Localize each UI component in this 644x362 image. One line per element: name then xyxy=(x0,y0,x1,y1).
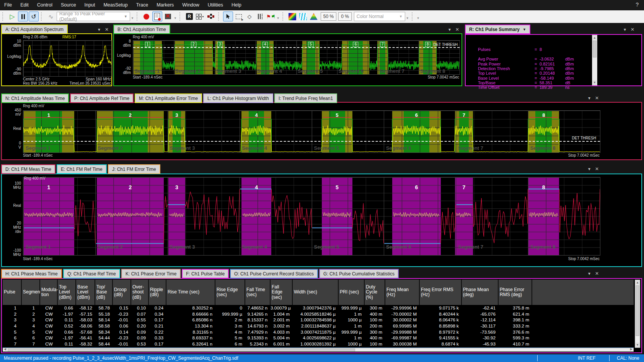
scroll-left-icon[interactable]: ◀ xyxy=(4,347,6,351)
help-icon[interactable]: ? xyxy=(636,2,639,8)
table-row[interactable]: 66CW-1.97-56.4154.44-0.230.090.338.69337… xyxy=(3,335,634,341)
column-header[interactable]: Duty Cycle (%) xyxy=(365,280,385,305)
menu-input[interactable]: Input xyxy=(80,0,99,10)
overflow-chevron-icon[interactable]: ▼ xyxy=(277,16,280,20)
minimize-icon[interactable]: ▾ xyxy=(588,166,590,172)
summary-scrollbar[interactable]: ▲ ▼ xyxy=(592,35,597,85)
scroll-down-icon[interactable]: ▼ xyxy=(592,80,597,85)
window-r-tab[interactable]: R: Ch1 Pulse Summary ▼ xyxy=(465,25,530,34)
menu-utilities[interactable]: Utilities xyxy=(204,0,227,10)
overflow-chevron-icon[interactable]: ▼ xyxy=(417,16,420,20)
column-header[interactable]: Pulse xyxy=(3,280,22,305)
play-button[interactable]: ▷ xyxy=(7,11,17,21)
menu-control[interactable]: Control xyxy=(33,0,57,10)
column-header[interactable]: Freq Error RMS (Hz) xyxy=(420,280,462,305)
table-row[interactable]: 11CW0.66-58.1258.780.150.100.248.30252 n… xyxy=(3,305,634,311)
band-marker-button[interactable] xyxy=(255,11,265,21)
overflow-chevron-icon[interactable]: ▼ xyxy=(174,16,177,20)
arrange-windows-button[interactable] xyxy=(206,11,216,21)
tab-i[interactable]: I: Trend Pulse Freq Mean1 xyxy=(274,93,337,103)
column-header[interactable]: Width (sec) xyxy=(293,280,339,305)
zoom-percent-box[interactable]: 50 % xyxy=(321,12,336,21)
amplitude-plot[interactable]: DET THRESH 1Segment 12Segment 23Segment … xyxy=(23,110,600,153)
autorange-button[interactable]: ∿ xyxy=(46,11,56,21)
scroll-down-icon[interactable]: ▼ xyxy=(635,342,640,347)
scroll-right-icon[interactable]: ▶ xyxy=(630,347,633,351)
close-icon[interactable]: ✕ xyxy=(595,166,599,172)
close-icon[interactable]: ✕ xyxy=(631,27,634,32)
column-header[interactable]: Ripple (dB) xyxy=(149,280,166,305)
waterfall-button[interactable] xyxy=(298,11,308,21)
tab-p[interactable]: P: Ch1 Amplitude Ref Time xyxy=(70,93,134,103)
minimize-icon[interactable]: ▾ xyxy=(588,271,590,276)
menu-help[interactable]: Help xyxy=(227,0,246,10)
record-button[interactable] xyxy=(142,11,152,21)
tab-k[interactable]: K: Ch1 Phase Error Time xyxy=(121,269,181,278)
column-header[interactable]: Fall Time (sec) xyxy=(245,280,271,305)
column-header[interactable]: Modula-tion xyxy=(40,280,58,305)
marker-diamond-button[interactable]: ◇ xyxy=(245,11,254,21)
tab-n[interactable]: N: Ch1 Amplitude Meas Time xyxy=(1,93,69,103)
table-vertical-scrollbar[interactable]: ▲ ▼ xyxy=(635,280,640,348)
scroll-up-icon[interactable]: ▲ xyxy=(592,35,597,40)
column-header[interactable]: Phase Error RMS (deg) xyxy=(499,280,532,305)
column-header[interactable]: Base Level (dBm) xyxy=(76,280,95,305)
column-header[interactable]: Over-shoot (dB) xyxy=(131,280,149,305)
table-horizontal-scrollbar[interactable]: ◀ ▶ xyxy=(3,348,634,352)
tab-l[interactable]: L: Ch1 Pulse Histogram Width xyxy=(203,93,273,103)
menu-meassetup[interactable]: MeasSetup xyxy=(99,0,132,10)
scrollbar-thumb[interactable] xyxy=(593,41,597,57)
pointer-tool-button[interactable] xyxy=(223,11,233,21)
window-a-tab[interactable]: A: Ch1 Acquisition Spectrum xyxy=(1,25,68,34)
zoom-select-tool-button[interactable] xyxy=(234,11,244,21)
table-row[interactable]: 55CW0.66-57.6858.340.140.090.228.31165 n… xyxy=(3,329,634,335)
tab-h[interactable]: H: Ch1 Phase Meas Time xyxy=(1,269,62,278)
table-row[interactable]: 33CW0.11-58.0358.14-0.010.550.176.85086 … xyxy=(3,317,634,323)
tab-o[interactable]: O: Ch1 Pulse Current Record Statistics xyxy=(230,269,318,278)
spectrogram-button[interactable] xyxy=(287,11,297,21)
tab-g[interactable]: G: Ch1 Pulse Cumulative Statistics xyxy=(319,269,399,278)
play-recording-button[interactable] xyxy=(152,11,162,21)
scrollbar-thumb[interactable] xyxy=(8,349,355,352)
close-icon[interactable]: ✕ xyxy=(105,27,109,32)
overflow-chevron-icon[interactable]: ▼ xyxy=(131,16,134,20)
table-row[interactable]: 77CW0.11-58.3258.44-0.010.530.176.32641 … xyxy=(3,341,634,347)
column-header[interactable]: PRI (sec) xyxy=(339,280,365,305)
restart-button[interactable]: ↺ xyxy=(29,11,39,21)
minimize-icon[interactable]: ▾ xyxy=(98,27,100,32)
column-header[interactable]: Rise Time (sec) xyxy=(166,280,215,305)
tab-e[interactable]: E: Ch1 FM Ref Time xyxy=(57,164,107,174)
column-header[interactable]: Segment xyxy=(22,280,40,305)
column-header[interactable]: Top/ Base (dB) xyxy=(95,280,113,305)
close-icon[interactable]: ✕ xyxy=(595,271,599,276)
scroll-up-icon[interactable]: ▲ xyxy=(635,280,640,285)
acquisition-time-plot[interactable]: DET THRESH 1Segment 12Segment 23Segment … xyxy=(133,40,460,75)
menu-trace[interactable]: Trace xyxy=(132,0,153,10)
fm-plot[interactable]: 1Segment 12Segment 23Segment 34Segment 4… xyxy=(23,177,600,256)
discard-recording-button[interactable] xyxy=(163,11,173,21)
window-b-tab[interactable]: B: Ch1 Acquisition Time xyxy=(113,25,170,34)
menu-markers[interactable]: Markers xyxy=(152,0,178,10)
overflow-chevron-icon[interactable]: ▼ xyxy=(406,16,409,20)
column-header[interactable]: Fall Edge (sec) xyxy=(271,280,293,305)
tab-j[interactable]: J: Ch1 FM Error Time xyxy=(108,164,160,174)
menu-file[interactable]: File xyxy=(0,0,16,10)
restore-layout-button[interactable]: R xyxy=(184,11,194,21)
minimize-icon[interactable]: ▾ xyxy=(588,95,590,101)
tab-f[interactable]: F: Ch1 Pulse Table xyxy=(182,269,229,278)
window-layout-button[interactable]: ▼ xyxy=(195,11,205,21)
column-header[interactable]: Top Level (dBm) xyxy=(58,280,76,305)
table-row[interactable]: 22CW-1.97-57.1555.18-0.230.070.348.66666… xyxy=(3,311,634,317)
int-ref-indicator[interactable]: INT REF xyxy=(578,355,595,361)
menu-window[interactable]: Window xyxy=(178,0,203,10)
column-header[interactable]: Rise Edge (sec) xyxy=(215,280,245,305)
color-mode-dropdown[interactable]: Color Normal ▼ xyxy=(354,12,405,21)
marker-flags-button[interactable]: ⚑⚑ xyxy=(266,11,276,21)
menu-source[interactable]: Source xyxy=(57,0,80,10)
column-header[interactable]: Phase Mean (deg) xyxy=(462,280,499,305)
minimize-icon[interactable]: ▾ xyxy=(448,27,451,32)
close-icon[interactable]: ✕ xyxy=(595,95,599,101)
tab-d[interactable]: D: Ch1 FM Meas Time xyxy=(1,164,55,174)
column-header[interactable]: Freq Mean (Hz) xyxy=(385,280,420,305)
menu-edit[interactable]: Edit xyxy=(16,0,33,10)
